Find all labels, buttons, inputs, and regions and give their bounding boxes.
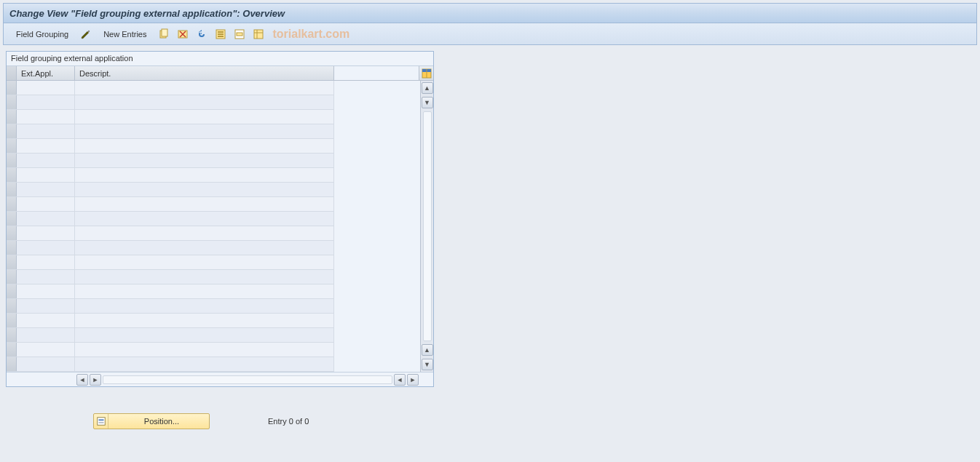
cell-descript[interactable] xyxy=(75,314,334,327)
delete-button[interactable] xyxy=(175,26,191,42)
configure-button[interactable] xyxy=(250,26,266,42)
table-row[interactable] xyxy=(7,110,334,124)
row-selector[interactable] xyxy=(7,255,17,269)
row-selector[interactable] xyxy=(7,154,17,167)
scroll-up-button-2[interactable]: ▲ xyxy=(422,344,433,356)
row-selector[interactable] xyxy=(7,328,17,342)
cell-ext-appl[interactable] xyxy=(17,357,75,371)
row-selector-header[interactable] xyxy=(7,66,17,80)
table-row[interactable] xyxy=(7,299,334,314)
vertical-scrollbar[interactable]: ▲ ▼ ▲ ▼ xyxy=(420,81,433,372)
horizontal-scrollbar[interactable]: ◄ ► ◄ ► xyxy=(75,373,420,387)
scroll-left-button-2[interactable]: ◄ xyxy=(394,374,406,386)
cell-descript[interactable] xyxy=(75,357,334,371)
cell-ext-appl[interactable] xyxy=(17,226,75,240)
select-all-button[interactable] xyxy=(213,26,229,42)
cell-ext-appl[interactable] xyxy=(17,314,75,327)
table-row[interactable] xyxy=(7,255,334,270)
cell-descript[interactable] xyxy=(75,343,334,357)
cell-descript[interactable] xyxy=(75,154,334,167)
toggle-display-change-button[interactable] xyxy=(78,26,94,42)
cell-ext-appl[interactable] xyxy=(17,168,75,182)
table-row[interactable] xyxy=(7,314,334,328)
cell-ext-appl[interactable] xyxy=(17,343,75,357)
cell-ext-appl[interactable] xyxy=(17,197,75,211)
cell-descript[interactable] xyxy=(75,81,334,95)
row-selector[interactable] xyxy=(7,226,17,240)
table-config-button[interactable] xyxy=(419,66,433,80)
row-selector[interactable] xyxy=(7,270,17,284)
row-selector[interactable] xyxy=(7,357,17,371)
cell-descript[interactable] xyxy=(75,124,334,138)
scroll-left-button[interactable]: ◄ xyxy=(76,374,88,386)
row-selector[interactable] xyxy=(7,168,17,182)
cell-descript[interactable] xyxy=(75,226,334,240)
cell-ext-appl[interactable] xyxy=(17,241,75,255)
cell-descript[interactable] xyxy=(75,270,334,284)
table-row[interactable] xyxy=(7,124,334,139)
cell-descript[interactable] xyxy=(75,255,334,269)
row-selector[interactable] xyxy=(7,314,17,327)
cell-descript[interactable] xyxy=(75,284,334,298)
column-header-descript[interactable]: Descript. xyxy=(75,66,334,80)
cell-ext-appl[interactable] xyxy=(17,95,75,109)
row-selector[interactable] xyxy=(7,110,17,124)
cell-ext-appl[interactable] xyxy=(17,328,75,342)
row-selector[interactable] xyxy=(7,284,17,298)
field-grouping-button[interactable]: Field Grouping xyxy=(9,26,75,42)
scroll-up-button[interactable]: ▲ xyxy=(422,82,433,94)
table-row[interactable] xyxy=(7,183,334,197)
cell-ext-appl[interactable] xyxy=(17,81,75,95)
cell-ext-appl[interactable] xyxy=(17,284,75,298)
table-row[interactable] xyxy=(7,343,334,357)
cell-ext-appl[interactable] xyxy=(17,139,75,153)
scroll-down-button-2[interactable]: ▼ xyxy=(422,359,433,370)
scroll-track[interactable] xyxy=(423,111,432,341)
table-row[interactable] xyxy=(7,81,334,95)
cell-descript[interactable] xyxy=(75,212,334,226)
hscroll-track[interactable] xyxy=(103,375,392,384)
cell-ext-appl[interactable] xyxy=(17,154,75,167)
row-selector[interactable] xyxy=(7,197,17,211)
row-selector[interactable] xyxy=(7,212,17,226)
cell-descript[interactable] xyxy=(75,110,334,124)
table-row[interactable] xyxy=(7,241,334,255)
row-selector[interactable] xyxy=(7,241,17,255)
scroll-down-button[interactable]: ▼ xyxy=(422,97,433,108)
table-row[interactable] xyxy=(7,212,334,226)
undo-button[interactable] xyxy=(194,26,210,42)
deselect-all-button[interactable] xyxy=(232,26,248,42)
row-selector[interactable] xyxy=(7,183,17,196)
cell-descript[interactable] xyxy=(75,139,334,153)
cell-descript[interactable] xyxy=(75,168,334,182)
table-row[interactable] xyxy=(7,284,334,299)
cell-descript[interactable] xyxy=(75,183,334,196)
scroll-right-button-2[interactable]: ► xyxy=(407,374,419,386)
cell-ext-appl[interactable] xyxy=(17,183,75,196)
table-row[interactable] xyxy=(7,226,334,241)
column-header-ext-appl[interactable]: Ext.Appl. xyxy=(17,66,75,80)
copy-as-button[interactable] xyxy=(156,26,172,42)
row-selector[interactable] xyxy=(7,124,17,138)
row-selector[interactable] xyxy=(7,343,17,357)
table-row[interactable] xyxy=(7,328,334,343)
table-row[interactable] xyxy=(7,95,334,110)
scroll-right-button[interactable]: ► xyxy=(90,374,101,386)
cell-ext-appl[interactable] xyxy=(17,124,75,138)
row-selector[interactable] xyxy=(7,139,17,153)
table-row[interactable] xyxy=(7,270,334,284)
table-row[interactable] xyxy=(7,154,334,168)
cell-ext-appl[interactable] xyxy=(17,110,75,124)
cell-descript[interactable] xyxy=(75,299,334,313)
cell-descript[interactable] xyxy=(75,197,334,211)
cell-ext-appl[interactable] xyxy=(17,255,75,269)
cell-ext-appl[interactable] xyxy=(17,270,75,284)
table-row[interactable] xyxy=(7,197,334,212)
row-selector[interactable] xyxy=(7,81,17,95)
table-row[interactable] xyxy=(7,168,334,183)
cell-descript[interactable] xyxy=(75,241,334,255)
row-selector[interactable] xyxy=(7,299,17,313)
row-selector[interactable] xyxy=(7,95,17,109)
position-button[interactable]: Position... xyxy=(93,413,210,429)
table-row[interactable] xyxy=(7,139,334,154)
